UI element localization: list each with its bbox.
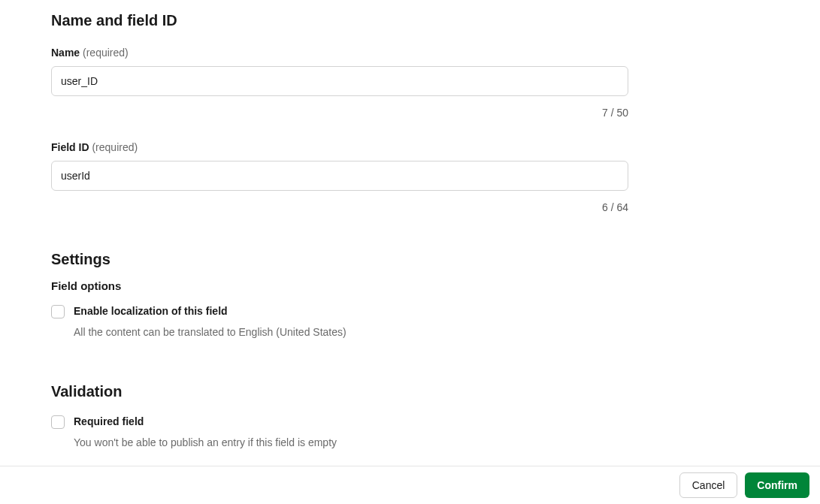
content-scroll[interactable]: Name and field ID Name (required) 7 / 50… <box>0 0 820 466</box>
localization-desc: All the content can be translated to Eng… <box>74 325 628 340</box>
field-group-name: Name (required) 7 / 50 <box>51 47 628 119</box>
name-char-count: 7 / 50 <box>51 107 628 119</box>
required-desc: You won't be able to publish an entry if… <box>74 436 628 451</box>
name-label: Name (required) <box>51 47 628 59</box>
form-main: Name and field ID Name (required) 7 / 50… <box>0 0 628 466</box>
name-required-hint: (required) <box>83 47 129 59</box>
cancel-button[interactable]: Cancel <box>679 472 738 498</box>
field-id-char-count: 6 / 64 <box>51 201 628 213</box>
section-title-validation: Validation <box>51 382 628 401</box>
field-group-field-id: Field ID (required) 6 / 64 <box>51 141 628 213</box>
required-row: Required field <box>51 415 628 430</box>
section-title-name-id: Name and field ID <box>51 11 628 30</box>
localization-checkbox[interactable] <box>51 305 65 318</box>
name-label-text: Name <box>51 47 80 59</box>
name-input[interactable] <box>51 66 628 96</box>
field-id-label: Field ID (required) <box>51 141 628 153</box>
localization-label: Enable localization of this field <box>74 304 228 319</box>
confirm-button[interactable]: Confirm <box>745 472 809 498</box>
localization-row: Enable localization of this field <box>51 304 628 319</box>
field-id-label-text: Field ID <box>51 141 89 153</box>
field-id-input[interactable] <box>51 161 628 191</box>
required-label: Required field <box>74 415 144 430</box>
field-options-heading: Field options <box>51 279 628 292</box>
required-checkbox[interactable] <box>51 415 65 429</box>
field-id-required-hint: (required) <box>92 141 138 153</box>
footer-bar: Cancel Confirm <box>0 466 820 504</box>
section-title-settings: Settings <box>51 249 628 269</box>
